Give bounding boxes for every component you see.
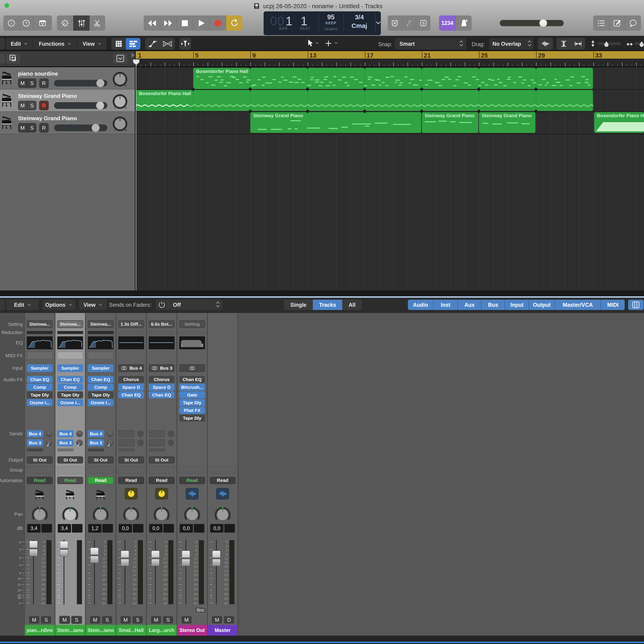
svg-text:R: R bbox=[125, 84, 127, 87]
svg-text:i: i bbox=[11, 21, 12, 26]
svg-text:?: ? bbox=[25, 21, 27, 26]
svg-text:L: L bbox=[114, 129, 116, 132]
svg-text:L: L bbox=[114, 84, 116, 87]
svg-text:S: S bbox=[422, 21, 425, 26]
svg-text:R: R bbox=[125, 106, 127, 109]
svg-text:L: L bbox=[114, 106, 116, 109]
svg-text:R: R bbox=[125, 129, 127, 132]
